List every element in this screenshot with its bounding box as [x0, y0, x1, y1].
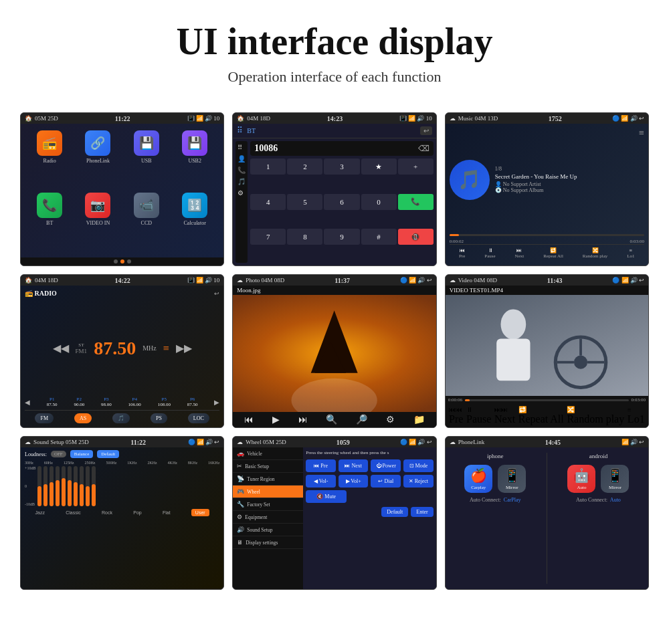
phonelink-auto-btn[interactable]: 🤖 Auto [567, 465, 595, 493]
bt-key-4[interactable]: 4 [250, 194, 286, 210]
bt-key-3[interactable]: 3 [324, 158, 359, 175]
video-progressbar[interactable] [465, 399, 629, 401]
wheel-menu-display[interactable]: 🖥 Display settings [233, 536, 303, 549]
bt-key-star[interactable]: ★ [361, 158, 397, 175]
music-random-btn[interactable]: 🔀Random play [583, 247, 608, 259]
video-random-btn[interactable]: 🔀Random play [567, 406, 624, 425]
app-calculator[interactable]: 🔢 Calculator [173, 193, 217, 251]
app-radio[interactable]: 📻 Radio [27, 130, 72, 189]
radio-prev-btn[interactable]: ◀◀ [53, 342, 69, 354]
bt-key-plus[interactable]: + [398, 158, 434, 175]
preset-classic[interactable]: Classic [66, 509, 81, 516]
eq-bar-6[interactable] [68, 466, 72, 506]
radio-music-btn[interactable]: 🎵 [112, 413, 130, 423]
eq-bar-10[interactable] [92, 466, 96, 506]
bt-key-6[interactable]: 6 [324, 194, 359, 210]
app-ccd[interactable]: 📹 CCD [124, 193, 169, 251]
wheel-volup-btn[interactable]: ▶ Vol+ [339, 475, 369, 488]
preset-flat[interactable]: Flat [163, 509, 171, 516]
bt-key-5[interactable]: 5 [287, 194, 322, 210]
photo-prev-btn[interactable]: ⏮ [244, 415, 254, 425]
wheel-menu-wheel[interactable]: 🎮 Wheel [233, 486, 303, 498]
app-videoin[interactable]: 📷 VIDEO IN [76, 193, 120, 251]
video-pre-btn[interactable]: ⏮⏮Pre [449, 406, 463, 425]
music-pause-btn[interactable]: ⏸Pause [484, 247, 495, 259]
bt-key-2[interactable]: 2 [287, 158, 322, 175]
bt-key-8[interactable]: 8 [287, 229, 322, 245]
radio-next-btn[interactable]: ▶▶ [176, 342, 192, 354]
wheel-menu-factory[interactable]: 🔧 Factory Set [233, 498, 303, 511]
wheel-mode-btn[interactable]: ⊡ Mode [403, 459, 434, 472]
bt-call-btn[interactable]: 📞 [398, 194, 434, 210]
music-repeat-btn[interactable]: 🔁Repeat All [543, 247, 563, 259]
app-usb2[interactable]: 💾 USB2 [173, 130, 217, 189]
wheel-mute-btn[interactable]: 🔇 Mute [306, 490, 347, 503]
preset-2[interactable]: P290.00 [74, 397, 84, 407]
photo-next-btn[interactable]: ⏭ [298, 415, 308, 425]
video-repeat-btn[interactable]: 🔁Repeat All [518, 406, 564, 425]
bt-key-hash[interactable]: # [361, 229, 397, 245]
video-next-btn[interactable]: ⏭⏭Next [494, 406, 515, 425]
wheel-menu-tuner[interactable]: 📡 Tuner Region [233, 473, 303, 486]
bt-key-9[interactable]: 9 [324, 229, 359, 245]
photo-zoomout-btn[interactable]: 🔎 [356, 414, 367, 425]
preset-5[interactable]: P5108.00 [158, 397, 171, 407]
preset-1[interactable]: P187.50 [47, 397, 58, 407]
preset-3[interactable]: P398.00 [101, 397, 112, 407]
bt-back-btn[interactable]: ↩ [420, 126, 432, 135]
bt-hangup-btn[interactable]: 📵 [398, 229, 434, 245]
eq-bar-9[interactable] [86, 466, 90, 506]
video-list-btn[interactable]: ≡Lo1 [628, 406, 645, 425]
music-list-btn[interactable]: ≡Lo1 [627, 247, 634, 259]
radio-ps-btn[interactable]: PS [151, 413, 167, 423]
bt-key-1[interactable]: 1 [250, 158, 286, 175]
wheel-menu-vehicle[interactable]: 🚗 Vehicle [233, 447, 303, 460]
music-pre-btn[interactable]: ⏮Pre [459, 247, 465, 259]
wheel-menu-basic[interactable]: ✂ Basic Setup [233, 460, 303, 473]
sound-balance-btn[interactable]: Balance [70, 450, 94, 458]
photo-folder-btn[interactable]: 📁 [413, 414, 425, 425]
bt-delete-btn[interactable]: ⌫ [418, 144, 429, 154]
wheel-power-btn[interactable]: ⏻ Power [371, 459, 401, 472]
eq-bar-7[interactable] [74, 466, 78, 506]
radio-as-btn[interactable]: AS [74, 413, 92, 423]
wheel-default-btn[interactable]: Default [381, 507, 408, 517]
photo-play-btn[interactable]: ▶ [272, 414, 280, 425]
bt-key-0[interactable]: 0 [361, 194, 397, 210]
wheel-menu-sound[interactable]: 🔊 Sound Setup [233, 524, 303, 536]
phonelink-carplay-btn[interactable]: 🍎 Carplay [464, 465, 492, 493]
music-next-btn[interactable]: ⏭Next [515, 247, 524, 259]
preset-4[interactable]: P4106.00 [128, 397, 141, 407]
sound-default-btn[interactable]: Default [97, 450, 119, 458]
wheel-reject-btn[interactable]: ✕ Reject [403, 475, 434, 488]
wheel-enter-btn[interactable]: Enter [411, 507, 433, 517]
eq-bar-4[interactable] [56, 466, 60, 506]
music-progress[interactable] [450, 234, 644, 236]
wheel-voldown-btn[interactable]: ◀ Vol- [306, 475, 336, 488]
radio-locdx-btn[interactable]: LOC [188, 413, 209, 423]
radio-fm-btn[interactable]: FM [35, 413, 54, 423]
preset-user[interactable]: User [191, 509, 209, 516]
radio-back-btn[interactable]: ↩ [214, 290, 219, 297]
eq-bar-2[interactable] [43, 466, 47, 506]
wheel-pre-btn[interactable]: ⏮ Pre [306, 459, 336, 472]
radio-next-arrow[interactable]: ▶ [214, 399, 219, 406]
radio-prev-arrow[interactable]: ◀ [25, 399, 30, 406]
eq-bar-8[interactable] [80, 466, 84, 506]
preset-rock[interactable]: Rock [102, 509, 112, 516]
bt-key-7[interactable]: 7 [250, 229, 286, 245]
eq-bar-5[interactable] [62, 466, 66, 506]
app-phonelink[interactable]: 🔗 PhoneLink [76, 130, 120, 189]
wheel-next-btn[interactable]: ⏭ Next [339, 459, 369, 472]
phonelink-mirror-android-btn[interactable]: 📱 Mirror [601, 465, 629, 493]
preset-jazz[interactable]: Jazz [35, 509, 45, 516]
photo-settings-btn[interactable]: ⚙ [386, 414, 395, 425]
eq-bar-3[interactable] [50, 466, 54, 506]
video-pause-btn[interactable]: ⏸Pause [466, 406, 491, 425]
photo-zoomin-btn[interactable]: 🔍 [326, 414, 337, 425]
preset-6[interactable]: P687.50 [187, 397, 198, 407]
phonelink-mirror-iphone-btn[interactable]: 📱 Mirror [498, 465, 526, 493]
wheel-menu-equipment[interactable]: ⚙ Equipment [233, 511, 303, 524]
eq-bar-1[interactable] [37, 466, 41, 506]
app-bt[interactable]: 📞 BT [27, 193, 72, 251]
